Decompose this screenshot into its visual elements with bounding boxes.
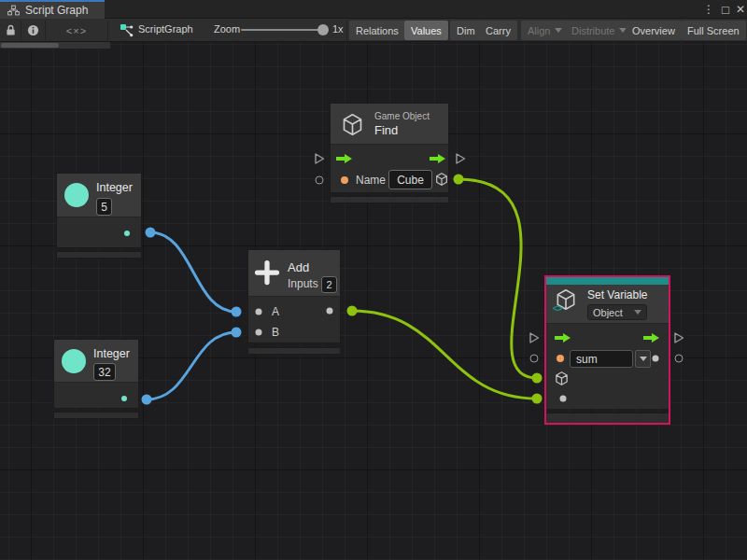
button-label: Relations [356,25,399,36]
toolbar-separator [45,21,46,40]
integer-value-input[interactable]: 5 [96,198,112,216]
window-titlebar: Script Graph ⋮ □ ✕ [0,0,747,19]
code-preview-button[interactable]: <×> [58,20,95,41]
setvar-output-port[interactable] [675,355,684,363]
setvar-flow-input-port[interactable] [529,331,540,344]
variable-name-input-pin[interactable] [557,355,564,362]
find-flow-input-port[interactable] [314,152,325,165]
scope-value: Object [593,307,623,318]
port-a-label: A [272,305,279,318]
maximize-icon: □ [722,3,729,17]
toolbar-separator [346,21,347,40]
node-title: Integer [96,181,133,194]
variable-picker-button[interactable] [635,350,651,368]
zoom-slider-handle[interactable] [317,24,329,35]
find-name-port[interactable] [316,176,324,185]
variable-scope-dropdown[interactable]: Object [587,304,647,320]
window-close-button[interactable]: ✕ [734,0,747,19]
node-setvar-header[interactable]: <> Set Variable Object [546,285,669,324]
code-icon: <×> [66,25,87,36]
game-object-output-icon[interactable] [434,172,449,187]
chevron-down-icon [640,357,647,361]
graph-name-label: ScriptGraph [138,23,193,35]
button-label: Dim [457,25,475,36]
find-flow-output-port[interactable] [455,152,466,165]
kebab-menu-icon: ⋮ [703,3,714,16]
find-name-input[interactable]: Cube [388,170,432,189]
info-button[interactable] [21,20,45,41]
node-find-header[interactable]: Game Object Find [330,103,449,145]
node-integer-b-footer [53,412,139,419]
connection-dot[interactable] [142,395,152,405]
button-label: Overview [632,25,675,36]
variable-name-input[interactable]: sum [570,350,633,368]
inputs-count-input[interactable]: 2 [321,276,337,293]
variable-brackets-icon: <> [553,303,562,314]
chevron-down-icon [634,310,641,315]
setvar-flow-output-port[interactable] [673,331,684,344]
target-object-pin-icon[interactable] [554,371,570,386]
values-button[interactable]: Values [404,21,448,40]
add-input-b-pin[interactable] [256,329,262,336]
lock-icon [6,24,16,36]
port-b-label: B [272,326,279,339]
setvar-value-input-pin[interactable] [560,396,567,402]
relations-button[interactable]: Relations [349,21,405,40]
add-output-pin[interactable] [327,308,333,315]
chevron-down-icon [555,28,562,33]
flow-out-arrow-icon[interactable] [429,153,446,164]
game-object-cube-icon [340,112,365,137]
connection-dot[interactable] [232,307,242,317]
node-integer-a-body[interactable] [56,217,142,248]
connection-dot[interactable] [454,175,464,185]
connection-dot[interactable] [347,306,358,316]
window-menu-button[interactable]: ⋮ [700,0,717,19]
lock-button[interactable] [0,20,21,41]
zoom-value: 1x [332,23,344,35]
node-title: Integer [93,347,130,360]
carry-button[interactable]: Carry [479,21,517,40]
variable-kind-strip [546,277,669,285]
connection-dot[interactable] [532,373,543,384]
integer-type-icon [62,349,86,373]
node-integer-b-header[interactable]: Integer 32 [53,339,139,383]
full-screen-button[interactable]: Full Screen [681,21,746,40]
integer-output-pin[interactable] [124,231,130,236]
window-maximize-button[interactable]: □ [717,0,734,19]
node-add-header[interactable]: Add Inputs 2 [247,249,341,297]
zoom-slider-track[interactable] [241,29,321,31]
connection-dot[interactable] [146,228,156,238]
connection-dot[interactable] [532,394,543,404]
inputs-label: Inputs [288,277,318,290]
name-label: Name [356,174,386,187]
close-icon: ✕ [736,3,745,16]
button-label: Align [528,25,550,36]
align-dropdown-button[interactable]: Align [521,21,569,40]
node-find-body[interactable]: Name Cube [330,145,449,193]
flow-in-arrow-icon[interactable] [335,153,353,164]
setvar-output-pin[interactable] [653,356,659,362]
graph-hierarchy-icon [7,5,20,16]
integer-output-pin[interactable] [121,396,127,401]
node-integer-a-footer [56,251,142,259]
find-name-input-pin[interactable] [341,176,348,184]
node-integer-a-header[interactable]: Integer 5 [56,173,142,217]
node-set-variable[interactable]: <> Set Variable Object sum [544,275,670,425]
add-input-a-pin[interactable] [256,309,262,315]
distribute-dropdown-button[interactable]: Distribute [565,21,633,40]
flow-in-arrow-icon[interactable] [554,332,571,343]
node-add-body[interactable]: A B [247,297,341,343]
info-icon [27,24,39,36]
flow-out-arrow-icon[interactable] [642,332,660,343]
overview-button[interactable]: Overview [626,21,682,40]
integer-value-input[interactable]: 32 [93,363,116,381]
canvas-scrollbar-thumb[interactable] [1,43,59,48]
node-integer-b-body[interactable] [53,383,139,409]
button-label: Distribute [571,25,614,36]
tab-script-graph[interactable]: Script Graph [0,0,105,19]
node-setvar-body[interactable]: sum [546,324,669,409]
connection-dot[interactable] [232,328,242,338]
node-find-footer [330,196,449,203]
dim-button[interactable]: Dim [450,21,482,40]
setvar-name-port[interactable] [530,355,539,363]
